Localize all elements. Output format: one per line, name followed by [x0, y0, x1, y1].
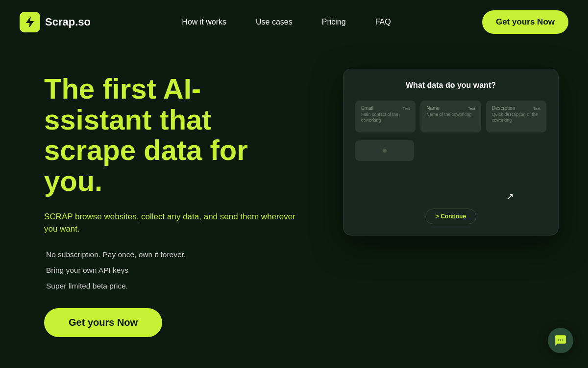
mock-email-tag: Text	[403, 106, 410, 111]
nav-pricing[interactable]: Pricing	[322, 18, 346, 26]
mock-ui-title: What data do you want?	[355, 81, 546, 90]
logo-text: Scrap.so	[45, 16, 91, 28]
nav-links: How it works Use cases Pricing FAQ	[182, 18, 391, 26]
hero-headline: The first AI-ssistant thatscrape data fo…	[44, 74, 304, 197]
mock-desc-tag: Text	[533, 106, 540, 111]
navbar: Scrap.so How it works Use cases Pricing …	[0, 0, 588, 44]
logo-icon	[20, 12, 40, 32]
nav-use-cases[interactable]: Use cases	[256, 18, 293, 26]
nav-cta-button[interactable]: Get yours Now	[482, 10, 568, 34]
mock-name-tag: Text	[468, 106, 475, 111]
mock-continue-button[interactable]: > Continue	[425, 209, 476, 224]
svg-point-1	[560, 340, 561, 341]
mock-ui-window: What data do you want? Email Text Main c…	[343, 69, 559, 236]
mock-desc-label: Descrption	[492, 105, 515, 111]
mock-desc-sublabel: Quick description of the coworking	[492, 112, 540, 123]
chat-bubble-button[interactable]	[548, 328, 573, 353]
hero-left: The first AI-ssistant thatscrape data fo…	[44, 69, 304, 337]
svg-point-0	[558, 340, 559, 341]
mock-dot	[383, 149, 387, 153]
mock-field-name: Name Text Name of the coworking	[420, 101, 481, 132]
mock-name-label: Name	[426, 105, 440, 111]
feature-item-3: Super limited beta price.	[44, 282, 304, 290]
hero-right: What data do you want? Email Text Main c…	[304, 69, 559, 236]
svg-point-2	[562, 340, 563, 341]
feature-item-2: Bring your own API keys	[44, 266, 304, 275]
mock-field-description: Descrption Text Quick description of the…	[486, 101, 546, 132]
chat-icon	[554, 334, 567, 347]
features-list: No subscription. Pay once, own it foreve…	[44, 250, 304, 290]
nav-faq[interactable]: FAQ	[375, 18, 391, 26]
main-content: The first AI-ssistant thatscrape data fo…	[0, 44, 588, 368]
nav-how-it-works[interactable]: How it works	[182, 18, 226, 26]
mock-email-sublabel: Main contact of the coworking	[361, 112, 410, 123]
feature-item-1: No subscription. Pay once, own it foreve…	[44, 250, 304, 259]
hero-subheadline: SCRAP browse websites, collect any data,…	[44, 210, 304, 236]
logo[interactable]: Scrap.so	[20, 12, 91, 32]
hero-cta-button[interactable]: Get yours Now	[44, 308, 162, 337]
mock-fields-row: Email Text Main contact of the coworking…	[355, 101, 546, 132]
mock-input-row	[355, 140, 546, 161]
mock-input-field	[355, 140, 414, 161]
mock-field-email: Email Text Main contact of the coworking	[355, 101, 416, 132]
mock-cursor-icon: ↗	[507, 191, 514, 202]
mock-name-sublabel: Name of the coworking	[426, 112, 475, 118]
mock-email-label: Email	[361, 105, 373, 111]
